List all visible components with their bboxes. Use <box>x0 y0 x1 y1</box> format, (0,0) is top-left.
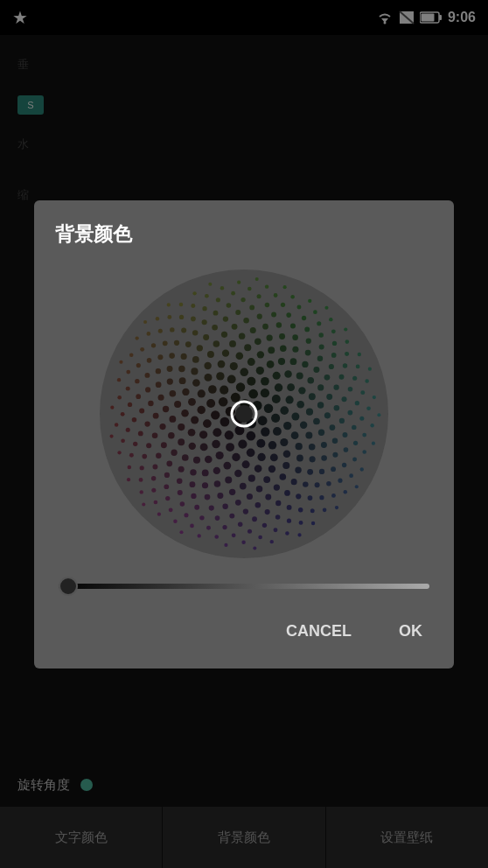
dialog-title: 背景颜色 <box>55 221 433 248</box>
brightness-slider-container <box>55 584 433 589</box>
dialog-buttons: CANCEL OK <box>55 615 433 648</box>
slider-thumb[interactable] <box>59 577 78 596</box>
ok-button[interactable]: OK <box>388 615 433 648</box>
color-wheel-area <box>55 265 433 563</box>
dialog-overlay: 背景颜色 CANCEL OK <box>0 0 488 868</box>
color-picker-dialog: 背景颜色 CANCEL OK <box>34 200 454 668</box>
cancel-button[interactable]: CANCEL <box>275 615 362 648</box>
color-wheel-canvas[interactable] <box>95 265 393 563</box>
brightness-slider[interactable] <box>59 584 429 589</box>
